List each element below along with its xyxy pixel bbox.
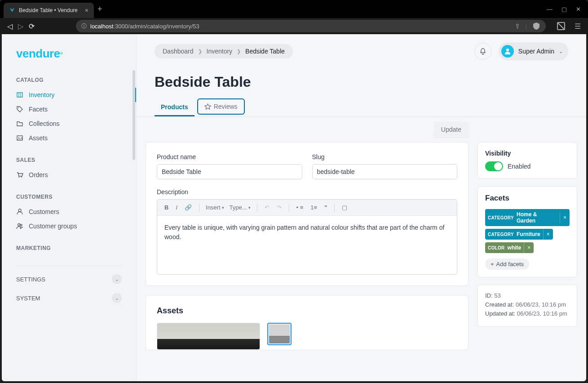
tag-icon [16,106,23,113]
sidebar-item-facets[interactable]: Facets [2,102,136,116]
facet-key: COLOR [485,243,508,253]
facet-key: CATEGORY [485,213,517,223]
sidebar-item-label: Assets [29,134,48,142]
meta-card: ID: 53 Created at: 06/06/23, 10:16 pm Up… [477,285,577,327]
url-host: localhost [90,23,113,30]
brave-shield-icon[interactable] [532,22,540,30]
svg-line-1 [557,22,565,30]
visibility-title: Visibility [485,150,570,157]
facet-key: CATEGORY [485,230,517,239]
share-icon[interactable]: ⇪ [515,22,520,30]
remove-facet-icon[interactable]: × [543,229,553,240]
remove-facet-icon[interactable]: × [560,212,570,223]
facet-value: white [508,242,524,253]
cart-icon [16,171,23,178]
window-controls: — ▢ ✕ [547,6,584,13]
browser-titlebar: Bedside Table • Vendure × + — ▢ ✕ [0,0,588,18]
assets-title: Assets [157,306,457,316]
tab-label: Reviews [214,103,238,110]
sidebar-item-inventory[interactable]: Inventory [2,88,136,102]
visibility-toggle[interactable] [485,161,503,171]
nav-section-header: MARKETING [2,240,136,256]
redo-icon: ↷ [274,202,284,213]
tab-label: Products [161,103,188,111]
nav-reload-icon[interactable]: ⟳ [29,22,35,31]
sidebar-item-assets[interactable]: Assets [2,131,136,145]
insert-dropdown[interactable]: Insert▾ [204,202,226,213]
sidebar-item-orders[interactable]: Orders [2,168,136,182]
avatar [501,45,514,58]
asset-thumbnail[interactable] [267,323,292,345]
visibility-state: Enabled [508,163,531,170]
rich-text-editor: B I 🔗 Insert▾ Type...▾ ↶ ↷ • ≡ 1≡ [157,199,457,275]
product-name-label: Product name [157,153,302,160]
tabs: Products Reviews [137,90,586,117]
sidebar: vendure° CATALOGInventoryFacetsCollectio… [2,34,137,381]
sidebar-expand-label: SETTINGS [16,276,45,283]
app-root: vendure° CATALOGInventoryFacetsCollectio… [2,34,586,381]
minimize-icon[interactable]: — [547,6,553,13]
link-icon: 🔗 [182,202,195,213]
chevron-right-icon: ❯ [198,49,202,54]
scrollbar[interactable] [133,70,135,160]
nav-back-icon[interactable]: ◁ [7,22,13,31]
ordered-list-icon[interactable]: 1≡ [308,202,320,213]
visibility-card: Visibility Enabled [477,142,577,179]
italic-icon[interactable]: I [173,202,180,213]
bold-icon[interactable]: B [162,202,171,213]
chevron-down-icon: ⌄ [559,49,563,54]
browser-tab-title: Bedside Table • Vendure [19,7,78,13]
remove-facet-icon[interactable]: × [524,242,534,253]
star-icon [204,103,211,110]
sidebar-expand-system[interactable]: SYSTEM⌄ [2,289,136,307]
sidebar-item-customer-groups[interactable]: Customer groups [2,219,136,233]
svg-point-10 [18,209,21,212]
undo-icon: ↶ [262,202,272,213]
slug-input[interactable] [312,164,458,179]
product-name-input[interactable] [157,164,302,179]
svg-point-8 [18,177,19,178]
type-dropdown[interactable]: Type...▾ [228,202,252,213]
facets-title: Facets [485,194,570,203]
tab-products[interactable]: Products [155,99,195,116]
quote-icon[interactable]: " [322,202,330,213]
browser-tab[interactable]: Bedside Table • Vendure × [4,3,94,18]
sidebar-item-customers[interactable]: Customers [2,205,136,219]
sidebar-expand-settings[interactable]: SETTINGS⌄ [2,270,136,289]
facet-chip: COLORwhite× [485,242,534,253]
tab-reviews[interactable]: Reviews [197,98,245,115]
extension-icon[interactable] [557,22,566,31]
bullet-list-icon[interactable]: • ≡ [294,202,306,213]
breadcrumb-item[interactable]: Inventory [207,48,233,55]
update-button[interactable]: Update [434,121,469,138]
new-tab-button[interactable]: + [97,4,102,14]
sidebar-item-collections[interactable]: Collections [2,116,136,131]
breadcrumb-item[interactable]: Dashboard [163,48,194,55]
editor-toolbar: B I 🔗 Insert▾ Type...▾ ↶ ↷ • ≡ 1≡ [157,200,457,216]
svg-point-11 [18,224,20,226]
maximize-icon[interactable]: ▢ [561,6,567,13]
nav-section-header: SALES [2,151,136,168]
asset-preview[interactable] [157,323,260,350]
product-form-card: Product name Slug Description B I [146,142,469,286]
facet-chip: CATEGORYHome & Garden× [485,209,570,226]
notifications-button[interactable] [474,43,491,60]
chevron-right-icon: ❯ [237,49,241,54]
nav-divider [16,266,122,266]
menu-icon[interactable]: ☰ [575,22,581,31]
sidebar-item-label: Facets [29,106,48,113]
tab-close-icon[interactable]: × [85,7,88,14]
close-window-icon[interactable]: ✕ [576,6,581,13]
site-info-icon[interactable]: ⓘ [81,22,87,30]
user-menu[interactable]: Super Admin ⌄ [499,42,568,60]
description-label: Description [157,188,457,196]
svg-rect-2 [17,93,22,97]
media-icon[interactable]: ▢ [339,202,350,213]
image-icon [16,134,23,142]
url-bar[interactable]: ⓘ localhost:3000/admin/catalog/inventory… [76,20,546,32]
svg-point-9 [21,177,22,178]
inventory-icon [16,91,23,98]
sidebar-expand-label: SYSTEM [16,295,40,302]
add-facets-button[interactable]: + Add facets [485,258,529,270]
editor-body[interactable]: Every table is unique, with varying grai… [157,216,457,274]
